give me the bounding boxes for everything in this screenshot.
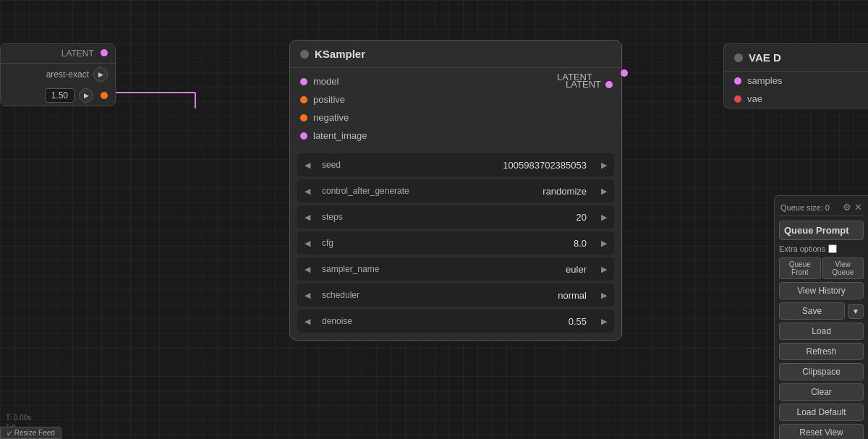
queue-size-label: Queue size: 0 [780, 203, 830, 212]
scheduler-label: scheduler [318, 290, 550, 300]
latent-right-label: LATENT [557, 72, 592, 82]
seed-arrow-left[interactable]: ◀ [297, 153, 318, 176]
negative-port-dot [300, 114, 307, 122]
node-left-row-1: arest-exact ▶ [1, 64, 115, 85]
negative-port-label: negative [313, 112, 349, 123]
field-denoise: ◀ denoise 0.55 ▶ [297, 310, 614, 333]
cfg-arrow-left[interactable]: ◀ [297, 231, 318, 255]
queue-prompt-label: Queue Prompt [784, 225, 849, 236]
ksampler-title: KSampler [315, 48, 365, 60]
vae-port-vae: vae [724, 90, 868, 108]
scheduler-arrow-right[interactable]: ▶ [594, 284, 614, 307]
vae-port-samples: samples [724, 72, 868, 90]
node-left: LATENT arest-exact ▶ 1.50 ▶ [0, 43, 116, 106]
node-left-row-2: 1.50 ▶ [1, 85, 115, 106]
latent-output-dot [605, 81, 613, 88]
denoise-value: 0.55 [561, 316, 594, 327]
node-ksampler: KSampler model positive negative latent_… [289, 40, 622, 341]
clipspace-button[interactable]: Clipspace [779, 363, 864, 380]
ksampler-fields: ◀ seed 1005983702385053 ▶ ◀ control_afte… [290, 149, 621, 340]
view-queue-button[interactable]: View Queue [822, 257, 864, 279]
sampler-value: euler [558, 264, 594, 275]
field-control-after-generate: ◀ control_after_generate randomize ▶ [297, 179, 614, 203]
samples-label: samples [747, 75, 782, 86]
field-cfg: ◀ cfg 8.0 ▶ [297, 231, 614, 255]
vae-status-dot [734, 54, 743, 62]
mini-btn-row: Queue Front View Queue [779, 257, 864, 279]
settings-icon[interactable]: ⚙ [843, 202, 851, 213]
node-vae-decode: VAE D samples vae [723, 43, 868, 108]
seed-arrow-right[interactable]: ▶ [594, 153, 614, 176]
sampler-arrow-right[interactable]: ▶ [594, 257, 614, 281]
steps-value: 20 [569, 212, 594, 223]
cag-value: randomize [535, 186, 594, 197]
load-button[interactable]: Load [779, 323, 864, 340]
positive-port-label: positive [313, 94, 345, 105]
extra-options-checkbox[interactable] [828, 244, 837, 253]
sampler-arrow-left[interactable]: ◀ [297, 257, 318, 281]
vae-header: VAE D [724, 44, 868, 72]
port-negative: negative [290, 108, 621, 127]
denoise-arrow-left[interactable]: ◀ [297, 310, 318, 333]
queue-prompt-button[interactable]: Queue Prompt [779, 221, 864, 240]
model-port-dot [300, 78, 307, 85]
samples-dot [734, 77, 741, 85]
node-left-header: LATENT [1, 44, 115, 64]
cfg-label: cfg [318, 238, 566, 248]
play-button-2[interactable]: ▶ [79, 88, 93, 103]
cag-arrow-left[interactable]: ◀ [297, 179, 318, 203]
save-arrow-button[interactable]: ▼ [848, 304, 864, 319]
node-left-orange-dot [101, 92, 108, 99]
extra-options-label: Extra options [779, 244, 825, 253]
vae-label: vae [747, 93, 762, 104]
latent-output-connector [621, 69, 628, 77]
refresh-button[interactable]: Refresh [779, 343, 864, 360]
vae-dot [734, 95, 741, 103]
cfg-arrow-right[interactable]: ▶ [594, 231, 614, 255]
sampler-label: sampler_name [318, 264, 558, 274]
steps-label: steps [318, 212, 569, 222]
value-1-50: 1.50 [45, 88, 75, 103]
extra-options-row: Extra options [779, 243, 864, 255]
cfg-value: 8.0 [566, 238, 594, 249]
denoise-arrow-right[interactable]: ▶ [594, 310, 614, 333]
node-left-title: LATENT [61, 48, 94, 59]
steps-arrow-right[interactable]: ▶ [594, 205, 614, 229]
panel-icons: ⚙ ✕ [843, 202, 862, 213]
reset-view-button[interactable]: Reset View [779, 424, 864, 439]
close-icon[interactable]: ✕ [854, 202, 862, 213]
view-history-button[interactable]: View History [779, 282, 864, 299]
port-latent-image: latent_image [290, 127, 621, 145]
queue-front-button[interactable]: Queue Front [779, 257, 821, 279]
field-steps: ◀ steps 20 ▶ [297, 205, 614, 229]
save-row: Save ▼ [779, 302, 864, 320]
status-line-1: T: 0.00s [6, 413, 31, 423]
seed-label: seed [318, 160, 495, 170]
denoise-label: denoise [318, 316, 561, 326]
field-seed: ◀ seed 1005983702385053 ▶ [297, 153, 614, 176]
panel-header: Queue size: 0 ⚙ ✕ [779, 200, 864, 216]
scheduler-value: normal [550, 290, 594, 301]
ksampler-header: KSampler [290, 41, 621, 68]
positive-port-dot [300, 96, 307, 103]
steps-arrow-left[interactable]: ◀ [297, 205, 318, 229]
clear-button[interactable]: Clear [779, 383, 864, 401]
save-button[interactable]: Save [779, 302, 845, 320]
cag-label: control_after_generate [318, 186, 535, 196]
load-default-button[interactable]: Load Default [779, 404, 864, 421]
field-scheduler: ◀ scheduler normal ▶ [297, 284, 614, 307]
node-left-output-dot [101, 49, 108, 56]
latent-image-port-label: latent_image [313, 130, 367, 141]
model-port-label: model [313, 76, 339, 87]
latent-image-port-dot [300, 132, 307, 140]
ksampler-status-dot [300, 50, 309, 59]
nearest-exact-label: arest-exact [46, 69, 89, 80]
vae-title: VAE D [749, 51, 781, 64]
field-sampler-name: ◀ sampler_name euler ▶ [297, 257, 614, 281]
resize-feed-button[interactable]: ↙ Resize Feed [0, 427, 61, 439]
side-panel: Queue size: 0 ⚙ ✕ Queue Prompt Extra opt… [774, 195, 868, 439]
play-button-1[interactable]: ▶ [93, 67, 108, 82]
scheduler-arrow-left[interactable]: ◀ [297, 284, 318, 307]
cag-arrow-right[interactable]: ▶ [594, 179, 614, 203]
seed-value: 1005983702385053 [495, 160, 594, 171]
